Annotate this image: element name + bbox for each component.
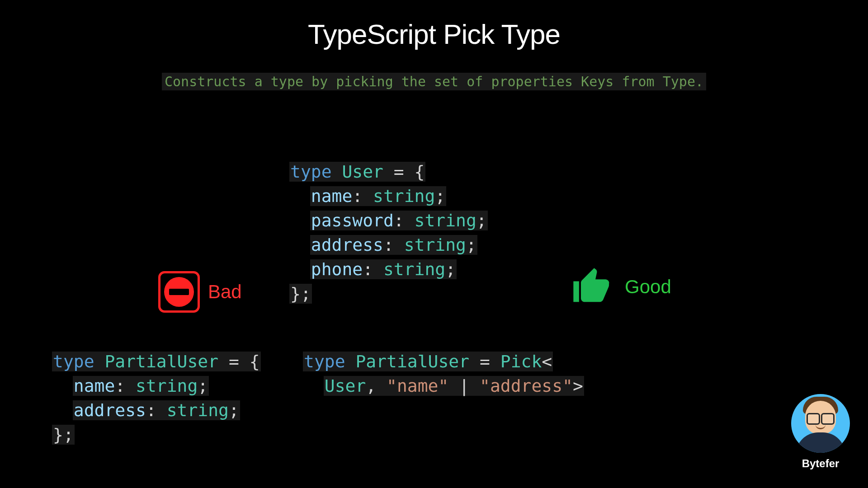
semi: ; [229, 400, 239, 420]
brace-open: { [415, 162, 425, 182]
angle-open: < [542, 352, 552, 371]
author-avatar: Bytefer [791, 394, 850, 470]
string-name: "name" [387, 376, 448, 396]
good-text: Good [625, 276, 671, 298]
prop-name: name [311, 186, 353, 206]
page-title: TypeScript Pick Type [0, 18, 868, 50]
colon: : [115, 376, 125, 396]
keyword-type: type [53, 352, 94, 371]
typename-user: User [325, 376, 366, 396]
comma: , [366, 376, 376, 396]
semi: ; [466, 235, 476, 255]
typename-pick: Pick [500, 352, 542, 371]
type-string: string [404, 235, 466, 255]
prop-phone: phone [311, 259, 363, 279]
colon: : [363, 259, 373, 279]
colon: : [383, 235, 394, 255]
type-string: string [383, 259, 445, 279]
op-equals: = [229, 352, 239, 371]
prop-name: name [74, 376, 115, 396]
subtitle: Constructs a type by picking the set of … [162, 73, 706, 90]
code-block-bad: type PartialUser = { name: string; addre… [52, 325, 261, 447]
semi: ; [435, 186, 445, 206]
type-string: string [167, 400, 229, 420]
brace-close: }; [53, 425, 74, 445]
thumbs-up-icon [570, 264, 615, 310]
author-name: Bytefer [791, 457, 850, 470]
op-equals: = [480, 352, 490, 371]
type-string: string [415, 211, 476, 230]
keyword-type: type [304, 352, 345, 371]
no-entry-icon [158, 271, 200, 313]
colon: : [394, 211, 404, 230]
code-block-good: type PartialUser = Pick< User, "name" | … [303, 325, 584, 399]
brace-open: { [250, 352, 260, 371]
typename-partialuser: PartialUser [104, 352, 218, 371]
good-label: Good [570, 264, 671, 310]
avatar-image [791, 394, 850, 453]
colon: : [146, 400, 156, 420]
typename-partialuser: PartialUser [355, 352, 469, 371]
op-equals: = [394, 162, 404, 182]
pipe: | [459, 376, 469, 396]
type-string: string [373, 186, 435, 206]
semi: ; [476, 211, 487, 230]
semi: ; [198, 376, 208, 396]
code-block-user-type: type User = { name: string; password: st… [289, 136, 488, 306]
type-string: string [136, 376, 198, 396]
prop-address: address [311, 235, 383, 255]
prop-address: address [74, 400, 146, 420]
bad-text: Bad [208, 281, 242, 303]
colon: : [352, 186, 363, 206]
brace-close: }; [290, 284, 311, 304]
keyword-type: type [290, 162, 332, 182]
typename-user: User [342, 162, 383, 182]
angle-close: > [573, 376, 583, 396]
prop-password: password [311, 211, 394, 230]
semi: ; [445, 259, 456, 279]
string-address: "address" [480, 376, 573, 396]
bad-label: Bad [158, 271, 242, 313]
